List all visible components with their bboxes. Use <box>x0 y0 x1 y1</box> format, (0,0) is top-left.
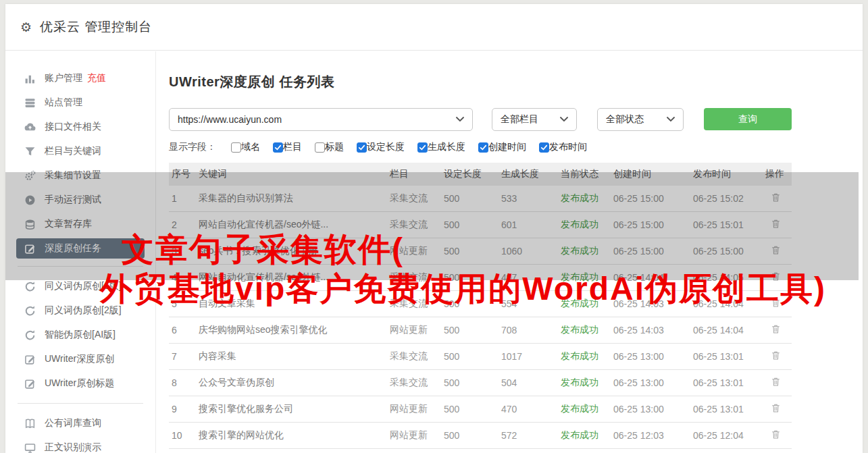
sidebar-item[interactable]: 智能伪原创[AI版] <box>5 323 155 347</box>
chevron-down-icon <box>560 117 568 122</box>
cell-set_length: 500 <box>441 325 499 336</box>
sidebar-item-label: 采集细节设置 <box>45 169 101 182</box>
delete-button[interactable] <box>769 270 782 285</box>
query-button[interactable]: 查询 <box>704 108 792 130</box>
sidebar-item[interactable]: 站点管理 <box>5 90 155 115</box>
cell-set_length: 500 <box>441 298 499 309</box>
cell-action <box>760 402 792 417</box>
sidebar: 账户管理充值站点管理接口文件相关栏目与关键词采集细节设置手动运行测试文章暂存库深… <box>5 51 156 453</box>
sidebar-item[interactable]: 公有词库查询 <box>5 411 155 435</box>
cell-status: 发布成功 <box>558 350 611 363</box>
cell-status: 发布成功 <box>558 429 611 442</box>
cell-set_length: 500 <box>441 377 499 388</box>
sidebar-item[interactable]: 正文识别演示 <box>5 435 155 453</box>
column-header: 生成长度 <box>499 168 558 180</box>
field-checkbox[interactable]: 设定长度 <box>357 141 405 153</box>
delete-button[interactable] <box>769 296 782 311</box>
cell-status: 发布成功 <box>558 245 611 257</box>
field-checkbox[interactable]: 标题 <box>315 141 344 153</box>
monitor-icon <box>24 442 36 453</box>
trash-icon <box>771 219 781 231</box>
trash-icon <box>771 403 781 415</box>
checkbox-checked-icon[interactable] <box>478 142 488 153</box>
site-select[interactable]: https://www.ucaiyun.com <box>169 108 473 131</box>
cell-column: 采集交流 <box>387 192 441 205</box>
field-checkbox[interactable]: 栏目 <box>273 141 302 153</box>
cell-action <box>760 428 792 443</box>
delete-button[interactable] <box>769 349 782 364</box>
sidebar-item[interactable]: 采集细节设置 <box>5 163 155 188</box>
cell-gen_length: 497 <box>499 272 558 283</box>
cell-seq: 9 <box>169 404 196 415</box>
checkbox-checked-icon[interactable] <box>539 142 549 153</box>
sidebar-item[interactable]: 同义词伪原创[2版] <box>5 298 155 323</box>
sidebar-item-label: UWriter深度原创 <box>45 353 114 365</box>
status-select-value: 全部状态 <box>606 113 661 126</box>
cell-keyword: 自动文章采集 <box>196 298 387 310</box>
cell-seq: 4 <box>169 272 196 283</box>
sidebar-item-label: 栏目与关键词 <box>45 145 101 157</box>
cell-gen_length: 554 <box>499 298 558 309</box>
cell-created: 06-25 13:00 <box>611 351 690 362</box>
field-checkbox[interactable]: 域名 <box>231 141 260 153</box>
checkbox-checked-icon[interactable] <box>273 142 283 153</box>
cell-created: 06-25 13:00 <box>611 404 690 415</box>
cell-set_length: 500 <box>441 404 499 415</box>
cell-column: 采集交流 <box>387 219 441 231</box>
delete-button[interactable] <box>769 402 782 417</box>
trash-icon <box>771 429 781 442</box>
cell-published: 06-25 14:04 <box>690 325 760 336</box>
sidebar-divider <box>18 403 143 404</box>
checkbox-unchecked-icon[interactable] <box>231 142 241 153</box>
delete-button[interactable] <box>769 191 782 206</box>
sidebar-item[interactable]: 深度原创任务 <box>16 238 145 259</box>
sidebar-item[interactable]: 同义词伪原创[1版] <box>5 274 155 298</box>
cell-created: 06-25 12:03 <box>611 430 690 441</box>
delete-button[interactable] <box>769 217 782 232</box>
cell-published: 06-25 14:04 <box>690 298 760 309</box>
cell-created: 06-25 14:04 <box>611 272 690 283</box>
delete-button[interactable] <box>769 428 782 443</box>
refresh-icon <box>24 305 36 317</box>
cell-column: 网站更新 <box>387 245 441 257</box>
sidebar-item[interactable]: 文章暂存库 <box>5 212 155 236</box>
delete-button[interactable] <box>769 375 782 390</box>
checkbox-unchecked-icon[interactable] <box>315 142 325 153</box>
column-header: 发布时间 <box>690 168 760 180</box>
field-checkbox[interactable]: 生成长度 <box>417 141 465 153</box>
column-header: 当前状态 <box>558 168 611 180</box>
sidebar-item[interactable]: 栏目与关键词 <box>5 139 155 163</box>
page-title: UWriter深度原创 任务列表 <box>169 73 844 91</box>
sidebar-item[interactable]: 手动运行测试 <box>5 188 155 212</box>
cell-created: 06-25 15:00 <box>611 219 690 230</box>
refresh-icon <box>24 281 36 292</box>
sidebar-item[interactable]: UWriter原创标题 <box>5 371 155 396</box>
column-header: 序号 <box>169 168 196 180</box>
cell-action <box>760 375 792 390</box>
cell-status: 发布成功 <box>558 192 611 205</box>
field-checkbox-label: 生成长度 <box>428 141 465 153</box>
recharge-badge[interactable]: 充值 <box>87 72 106 84</box>
cell-created: 06-25 15:00 <box>611 246 690 257</box>
cell-set_length: 500 <box>441 272 499 283</box>
field-checkbox[interactable]: 创建时间 <box>478 141 526 153</box>
cell-keyword: 网站自动化宣传机器/seo外链... <box>196 271 387 284</box>
checkbox-checked-icon[interactable] <box>357 142 367 153</box>
cloud-upload-icon <box>24 122 36 133</box>
gear-icon: ⚙ <box>20 21 32 34</box>
sidebar-item[interactable]: 账户管理充值 <box>5 66 155 90</box>
table-row: 4网站自动化宣传机器/seo外链...采集交流500497发布成功06-25 1… <box>169 265 792 291</box>
chevron-down-icon <box>667 117 675 122</box>
checkbox-checked-icon[interactable] <box>417 142 428 153</box>
delete-button[interactable] <box>769 244 782 259</box>
sidebar-item[interactable]: 接口文件相关 <box>5 115 155 139</box>
column-select[interactable]: 全部栏目 <box>492 108 577 131</box>
sidebar-item-label: 同义词伪原创[1版] <box>45 280 122 292</box>
field-checkbox[interactable]: 发布时间 <box>539 141 587 153</box>
cell-created: 06-25 14:03 <box>611 298 690 309</box>
sidebar-item[interactable]: UWriter深度原创 <box>5 347 155 371</box>
cell-action <box>760 191 792 206</box>
cell-seq: 10 <box>169 430 196 441</box>
status-select[interactable]: 全部状态 <box>597 108 684 131</box>
delete-button[interactable] <box>769 323 782 338</box>
